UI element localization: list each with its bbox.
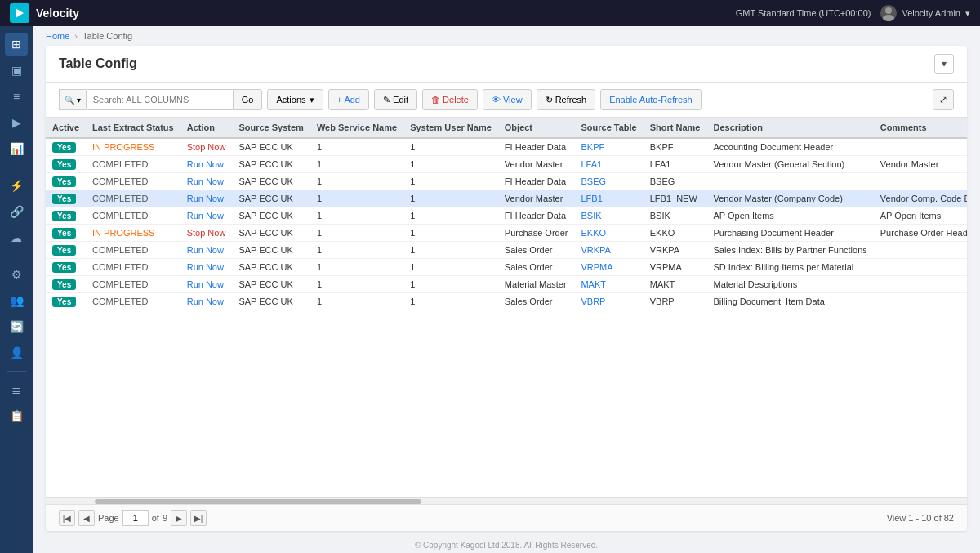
stop-action-link[interactable]: Stop Now xyxy=(187,228,226,238)
search-column-dropdown[interactable]: 🔍 ▾ xyxy=(59,89,86,110)
user-dropdown-icon[interactable]: ▾ xyxy=(965,8,970,19)
cell-action[interactable]: Run Now xyxy=(180,173,233,190)
table-row[interactable]: Yes COMPLETED Run Now SAP ECC UK 1 1 FI … xyxy=(46,207,967,225)
table-wrapper[interactable]: Active Last Extract Status Action Source… xyxy=(46,118,967,497)
search-input[interactable] xyxy=(86,89,233,110)
col-web-service-name: Web Service Name xyxy=(310,118,403,138)
sidebar-item-cloud[interactable]: ☁ xyxy=(5,226,28,249)
cell-action[interactable]: Run Now xyxy=(180,293,233,310)
cell-source-table[interactable]: BSIK xyxy=(574,207,643,225)
cell-action[interactable]: Run Now xyxy=(180,259,233,276)
source-table-link[interactable]: MAKT xyxy=(581,279,606,289)
table-row[interactable]: Yes COMPLETED Run Now SAP ECC UK 1 1 Ven… xyxy=(46,190,967,207)
refresh-button[interactable]: ↻ Refresh xyxy=(537,89,596,110)
cell-action[interactable]: Run Now xyxy=(180,190,233,207)
sidebar-item-grid[interactable]: ▣ xyxy=(5,59,28,82)
source-table-link[interactable]: BKPF xyxy=(581,142,604,152)
source-table-link[interactable]: VRKPA xyxy=(581,245,610,255)
page-input[interactable] xyxy=(122,510,149,526)
col-description: Description xyxy=(706,118,873,138)
run-action-link[interactable]: Run Now xyxy=(187,262,224,272)
run-action-link[interactable]: Run Now xyxy=(187,279,224,289)
delete-button[interactable]: 🗑 Delete xyxy=(422,89,478,110)
run-action-link[interactable]: Run Now xyxy=(187,159,224,169)
table-row[interactable]: Yes IN PROGRESS Stop Now SAP ECC UK 1 1 … xyxy=(46,138,967,156)
source-table-link[interactable]: BSEG xyxy=(581,176,606,186)
sidebar-item-lightning[interactable]: ⚡ xyxy=(5,174,28,197)
source-table-link[interactable]: BSIK xyxy=(581,211,601,221)
sidebar-item-settings[interactable]: ⚙ xyxy=(5,263,28,286)
stop-action-link[interactable]: Stop Now xyxy=(187,142,226,152)
sidebar-item-link[interactable]: 🔗 xyxy=(5,200,28,223)
cell-action[interactable]: Run Now xyxy=(180,207,233,225)
cell-action[interactable]: Stop Now xyxy=(180,225,233,242)
source-table-link[interactable]: VBRP xyxy=(581,297,605,306)
edit-button[interactable]: ✎ Edit xyxy=(374,89,417,110)
source-table-link[interactable]: LFA1 xyxy=(581,159,602,169)
cell-source-system: SAP ECC UK xyxy=(232,225,310,242)
cell-source-table[interactable]: BSEG xyxy=(574,173,643,190)
delete-label: 🗑 Delete xyxy=(431,95,469,105)
horizontal-scrollbar[interactable] xyxy=(46,497,967,504)
view-button[interactable]: 👁 View xyxy=(483,89,532,110)
table-row[interactable]: Yes COMPLETED Run Now SAP ECC UK 1 1 FI … xyxy=(46,173,967,190)
auto-refresh-button[interactable]: Enable Auto-Refresh xyxy=(600,89,702,110)
table-row[interactable]: Yes COMPLETED Run Now SAP ECC UK 1 1 Sal… xyxy=(46,259,967,276)
pagination: |◀ ◀ Page of 9 ▶ ▶| xyxy=(59,510,207,526)
source-table-link[interactable]: EKKO xyxy=(581,228,606,238)
page-last-button[interactable]: ▶| xyxy=(190,510,207,526)
sidebar-item-home[interactable]: ⊞ xyxy=(5,33,28,56)
run-action-link[interactable]: Run Now xyxy=(187,176,224,186)
breadcrumb-home[interactable]: Home xyxy=(46,31,69,41)
table-row[interactable]: Yes COMPLETED Run Now SAP ECC UK 1 1 Sal… xyxy=(46,242,967,259)
actions-dropdown-button[interactable]: Actions ▾ xyxy=(267,89,323,110)
sidebar-item-list[interactable]: ≡ xyxy=(5,85,28,108)
sidebar-item-docs[interactable]: 📋 xyxy=(5,404,28,427)
cell-short-name: BSIK xyxy=(644,207,707,225)
table-row[interactable]: Yes COMPLETED Run Now SAP ECC UK 1 1 Ven… xyxy=(46,156,967,173)
cell-source-table[interactable]: VRKPA xyxy=(574,242,643,259)
cell-source-table[interactable]: LFB1 xyxy=(574,190,643,207)
cell-action[interactable]: Run Now xyxy=(180,276,233,293)
add-button[interactable]: + Add xyxy=(328,89,369,110)
col-active: Active xyxy=(46,118,86,138)
run-action-link[interactable]: Run Now xyxy=(187,194,224,203)
run-action-link[interactable]: Run Now xyxy=(187,297,224,306)
sidebar-item-chart[interactable]: 📊 xyxy=(5,137,28,160)
cell-action[interactable]: Stop Now xyxy=(180,138,233,156)
cell-description: Vendor Master (General Section) xyxy=(706,156,873,173)
cell-comments xyxy=(874,173,967,190)
cell-source-table[interactable]: VRPMA xyxy=(574,259,643,276)
table-row[interactable]: Yes IN PROGRESS Stop Now SAP ECC UK 1 1 … xyxy=(46,225,967,242)
cell-source-table[interactable]: VBRP xyxy=(574,293,643,310)
table-row[interactable]: Yes COMPLETED Run Now SAP ECC UK 1 1 Sal… xyxy=(46,293,967,310)
page-first-button[interactable]: |◀ xyxy=(59,510,75,526)
sidebar-item-user[interactable]: 👤 xyxy=(5,341,28,364)
cell-source-table[interactable]: LFA1 xyxy=(574,156,643,173)
cell-description: Material Descriptions xyxy=(706,276,873,293)
go-button[interactable]: Go xyxy=(233,89,263,110)
user-badge[interactable]: Velocity Admin ▾ xyxy=(880,5,970,21)
sidebar-item-menu[interactable]: ≣ xyxy=(5,378,28,401)
source-table-link[interactable]: VRPMA xyxy=(581,262,612,272)
collapse-button[interactable]: ▾ xyxy=(934,54,954,74)
copyright-text: © Copyright Kagool Ltd 2018. All Rights … xyxy=(415,541,598,550)
expand-button[interactable]: ⤢ xyxy=(933,89,954,110)
page-prev-button[interactable]: ◀ xyxy=(78,510,95,526)
sidebar-item-play[interactable]: ▶ xyxy=(5,111,28,134)
table-row[interactable]: Yes COMPLETED Run Now SAP ECC UK 1 1 Mat… xyxy=(46,276,967,293)
cell-source-table[interactable]: BKPF xyxy=(574,138,643,156)
cell-action[interactable]: Run Now xyxy=(180,242,233,259)
sidebar-item-refresh[interactable]: 🔄 xyxy=(5,315,28,338)
cell-action[interactable]: Run Now xyxy=(180,156,233,173)
cell-sys-user: 1 xyxy=(403,259,498,276)
actions-chevron-icon: ▾ xyxy=(310,95,314,105)
sidebar-divider-1 xyxy=(7,167,26,167)
cell-source-table[interactable]: MAKT xyxy=(574,276,643,293)
run-action-link[interactable]: Run Now xyxy=(187,211,224,221)
sidebar-item-users[interactable]: 👥 xyxy=(5,289,28,312)
run-action-link[interactable]: Run Now xyxy=(187,245,224,255)
page-next-button[interactable]: ▶ xyxy=(171,510,187,526)
source-table-link[interactable]: LFB1 xyxy=(581,194,602,203)
cell-source-table[interactable]: EKKO xyxy=(574,225,643,242)
